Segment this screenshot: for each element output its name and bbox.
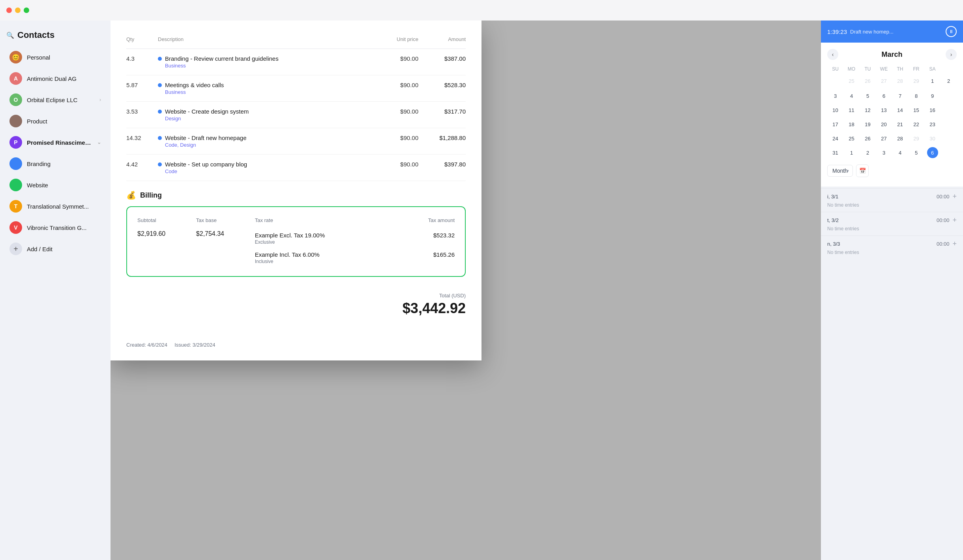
cal-day[interactable]: 21: [892, 117, 908, 131]
cal-day[interactable]: 6: [876, 89, 892, 103]
row-desc: Website - Create design system Design: [158, 102, 371, 128]
cal-day[interactable]: 2: [941, 73, 957, 89]
avatar-website: [9, 179, 22, 191]
view-select[interactable]: Month Week Day: [827, 165, 853, 177]
cal-day[interactable]: 28: [892, 131, 908, 146]
cal-day[interactable]: 19: [860, 117, 876, 131]
time-entry-date: t, 3/2: [827, 217, 839, 223]
cal-day[interactable]: 30: [924, 131, 941, 146]
cal-day[interactable]: 25: [843, 73, 860, 89]
sidebar-item-vibronic[interactable]: V Vibronic Transition G...: [3, 217, 107, 238]
desc-title: Website - Create design system: [158, 108, 371, 115]
calendar-grid: SUMOTUWETHFRSA 2526272829123456789101112…: [827, 65, 957, 160]
cal-day[interactable]: 26: [860, 131, 876, 146]
invoice-body: Qty Description Unit price Amount 4.3 Br…: [111, 21, 482, 336]
cal-day[interactable]: 5: [860, 89, 876, 103]
row-qty: 4.3: [126, 49, 158, 75]
cal-day[interactable]: 8: [908, 89, 924, 103]
cal-day[interactable]: 20: [876, 117, 892, 131]
sidebar-item-antimonic[interactable]: A Antimonic Dual AG: [3, 68, 107, 89]
cal-day[interactable]: 29: [908, 73, 924, 89]
row-amount: $387.00: [418, 49, 466, 75]
sidebar-item-label-promised: Promised Rinascimen...: [27, 139, 92, 146]
cal-day[interactable]: 12: [860, 103, 876, 117]
cal-day[interactable]: 7: [892, 89, 908, 103]
sidebar-item-personal[interactable]: 😊 Personal: [3, 47, 107, 67]
pause-button[interactable]: ⏸: [946, 26, 957, 37]
row-price: $90.00: [371, 49, 418, 75]
chevron-right-icon: ›: [99, 97, 101, 103]
pause-icon: ⏸: [949, 29, 954, 34]
cal-day[interactable]: 1: [843, 146, 860, 160]
cal-day[interactable]: 31: [827, 146, 843, 160]
time-entry-header: n, 3/3 00:00 +: [827, 236, 957, 250]
calendar-add-button[interactable]: 📅: [856, 164, 869, 177]
sidebar-item-label-branding: Branding: [27, 161, 101, 167]
search-icon[interactable]: 🔍: [6, 32, 14, 39]
cal-day[interactable]: 29: [908, 131, 924, 146]
billing-title: Billing: [140, 191, 162, 200]
add-edit-button[interactable]: + Add / Edit: [3, 239, 107, 259]
avatar-promised: P: [9, 136, 22, 149]
row-price: $90.00: [371, 155, 418, 181]
cal-day[interactable]: 18: [843, 117, 860, 131]
cal-day[interactable]: 3: [827, 89, 843, 103]
cal-day[interactable]: 16: [924, 103, 941, 117]
timer-time: 1:39:23: [827, 28, 847, 35]
cal-day[interactable]: 4: [892, 146, 908, 160]
billing-tax-details: Example Excl. Tax 19.00% Exclusive Examp…: [255, 229, 399, 266]
sidebar-item-label-antimonic: Antimonic Dual AG: [27, 75, 101, 82]
close-button[interactable]: [6, 7, 12, 13]
avatar-personal: 😊: [9, 51, 22, 63]
cal-day[interactable]: 15: [908, 103, 924, 117]
cal-day[interactable]: 14: [892, 103, 908, 117]
sidebar-item-product[interactable]: Product: [3, 111, 107, 131]
cal-day[interactable]: 13: [876, 103, 892, 117]
sidebar-title: Contacts: [17, 30, 54, 40]
cal-day[interactable]: 17: [827, 117, 843, 131]
cal-day[interactable]: 4: [843, 89, 860, 103]
sidebar-item-promised[interactable]: P Promised Rinascimen... ⌄: [3, 132, 107, 153]
minimize-button[interactable]: [15, 7, 21, 13]
cal-day[interactable]: 9: [924, 89, 941, 103]
cal-day[interactable]: 1: [924, 73, 941, 89]
cal-day[interactable]: 10: [827, 103, 843, 117]
cal-day[interactable]: 2: [860, 146, 876, 160]
maximize-button[interactable]: [24, 7, 29, 13]
cal-day[interactable]: 27: [876, 73, 892, 89]
sidebar-item-orbital[interactable]: O Orbital Eclipse LLC ›: [3, 90, 107, 110]
cal-day[interactable]: [827, 73, 843, 89]
cal-day[interactable]: 3: [876, 146, 892, 160]
col-description: Description: [158, 33, 371, 49]
app-container: 🔍 Contacts 😊 Personal A Antimonic Dual A…: [0, 21, 963, 560]
cal-day[interactable]: 24: [827, 131, 843, 146]
time-entry-add-button[interactable]: +: [952, 216, 957, 224]
sidebar-item-website[interactable]: Website: [3, 175, 107, 195]
calendar-next-button[interactable]: ›: [946, 49, 957, 60]
cal-day[interactable]: 6: [924, 146, 941, 160]
desc-subtitle: Business: [158, 63, 371, 69]
tax2-amount: $165.26: [400, 245, 455, 259]
time-entry-total: 00:00: [937, 241, 950, 247]
cal-day[interactable]: 26: [860, 73, 876, 89]
invoice-created: Created: 4/6/2024: [126, 342, 167, 348]
row-desc: Website - Draft new homepage Code, Desig…: [158, 128, 371, 155]
calendar-prev-button[interactable]: ‹: [827, 49, 838, 60]
desc-subtitle: Code, Design: [158, 142, 371, 148]
cal-day[interactable]: 22: [908, 117, 924, 131]
time-entry-header: i, 3/1 00:00 +: [827, 189, 957, 202]
calendar-nav: ‹ March ›: [827, 49, 957, 60]
cal-day[interactable]: 28: [892, 73, 908, 89]
cal-day[interactable]: 27: [876, 131, 892, 146]
table-row: 14.32 Website - Draft new homepage Code,…: [126, 128, 466, 155]
timer-header: 1:39:23 Draft new homep... ⏸: [821, 21, 963, 43]
time-entry-add-button[interactable]: +: [952, 240, 957, 248]
cal-day[interactable]: 25: [843, 131, 860, 146]
sidebar-item-translational[interactable]: T Translational Symmet...: [3, 196, 107, 217]
time-entry-add-button[interactable]: +: [952, 192, 957, 201]
sidebar-item-branding[interactable]: Branding: [3, 153, 107, 174]
cal-day[interactable]: 23: [924, 117, 941, 131]
row-amount: $397.80: [418, 155, 466, 181]
cal-day[interactable]: 11: [843, 103, 860, 117]
cal-day[interactable]: 5: [908, 146, 924, 160]
